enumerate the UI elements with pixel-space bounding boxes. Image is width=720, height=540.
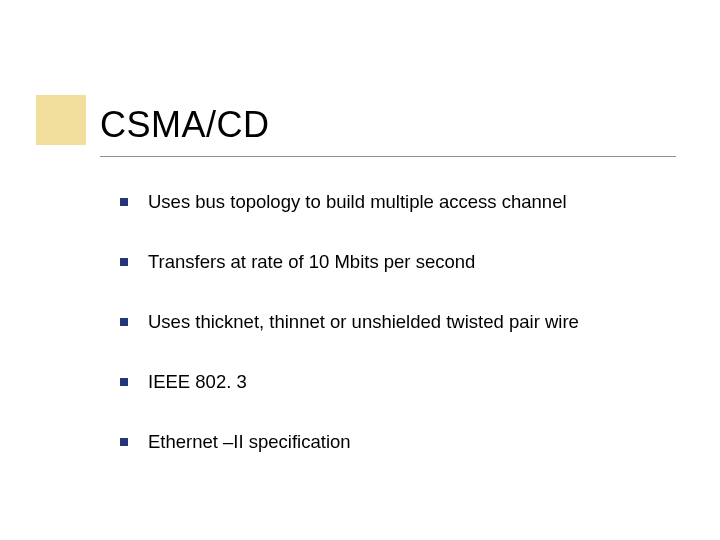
bullet-square-icon [120, 438, 128, 446]
bullet-text: Uses thicknet, thinnet or unshielded twi… [148, 310, 680, 334]
list-item: Transfers at rate of 10 Mbits per second [120, 250, 680, 274]
accent-box [36, 95, 86, 145]
bullet-text: Transfers at rate of 10 Mbits per second [148, 250, 680, 274]
bullet-square-icon [120, 258, 128, 266]
slide: CSMA/CD Uses bus topology to build multi… [0, 0, 720, 540]
list-item: Uses bus topology to build multiple acce… [120, 190, 680, 214]
bullet-square-icon [120, 198, 128, 206]
bullet-text: Ethernet –II specification [148, 430, 680, 454]
bullet-text: Uses bus topology to build multiple acce… [148, 190, 680, 214]
bullet-square-icon [120, 378, 128, 386]
title-underline [100, 156, 676, 157]
bullet-square-icon [120, 318, 128, 326]
list-item: IEEE 802. 3 [120, 370, 680, 394]
list-item: Ethernet –II specification [120, 430, 680, 454]
list-item: Uses thicknet, thinnet or unshielded twi… [120, 310, 680, 334]
slide-title: CSMA/CD [100, 104, 270, 146]
bullet-list: Uses bus topology to build multiple acce… [120, 190, 680, 490]
bullet-text: IEEE 802. 3 [148, 370, 680, 394]
